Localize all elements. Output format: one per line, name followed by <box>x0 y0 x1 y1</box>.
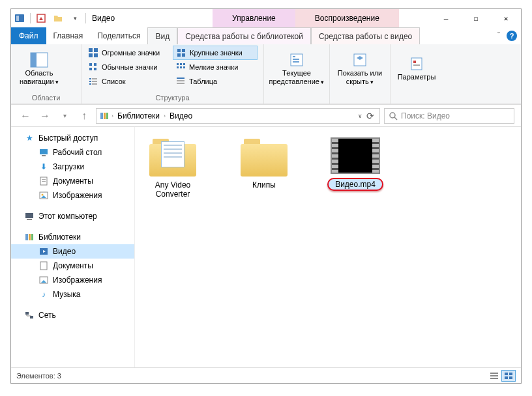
svg-rect-11 <box>177 53 181 57</box>
help-icon[interactable]: ? <box>507 31 517 41</box>
tab-view[interactable]: Вид <box>147 27 177 44</box>
sidebar-item-pictures[interactable]: Изображения <box>11 188 134 203</box>
folder-any-video-converter[interactable]: Any Video Converter <box>140 137 205 199</box>
tab-home[interactable]: Главная <box>46 27 91 44</box>
network-icon <box>24 310 35 320</box>
ribbon-group-layout: Огромные значки Крупные значки Обычные з… <box>81 44 264 104</box>
group-label-panes: Области <box>11 94 81 104</box>
separator <box>30 13 31 23</box>
sidebar-head-network[interactable]: Сеть <box>11 308 134 322</box>
svg-rect-7 <box>89 53 93 57</box>
sidebar-item-video[interactable]: Видео <box>11 244 134 259</box>
layout-large-label: Крупные значки <box>190 49 243 57</box>
svg-rect-53 <box>25 234 28 240</box>
star-icon: ★ <box>24 133 35 143</box>
address-bar[interactable]: › Библиотеки › Видео ∨ ⟳ <box>96 108 380 124</box>
tab-library-tools[interactable]: Средства работы с библиотекой <box>177 27 311 44</box>
svg-rect-38 <box>413 61 416 63</box>
sidebar-item-downloads[interactable]: ⬇Загрузки <box>11 160 134 174</box>
svg-rect-14 <box>94 63 96 66</box>
show-hide-icon <box>352 52 368 68</box>
navigation-pane-button[interactable]: Область навигации <box>11 46 67 92</box>
layout-details[interactable]: Таблица <box>173 74 258 89</box>
recent-locations-button[interactable]: ▾ <box>57 108 72 124</box>
svg-rect-8 <box>94 53 98 57</box>
sidebar-item-documents-lib[interactable]: Документы <box>11 259 134 273</box>
svg-rect-51 <box>25 213 33 218</box>
group-label-layout: Структура <box>81 94 263 104</box>
close-button[interactable]: ✕ <box>491 9 521 27</box>
svg-rect-26 <box>92 81 97 82</box>
layout-small[interactable]: Мелкие значки <box>173 60 258 74</box>
file-video-mp4[interactable]: Видео.mp4 <box>323 137 388 191</box>
svg-point-43 <box>390 113 395 118</box>
svg-rect-37 <box>411 58 422 70</box>
svg-rect-16 <box>94 68 96 70</box>
tab-file[interactable]: Файл <box>11 27 46 44</box>
sidebar-head-quick[interactable]: ★ Быстрый доступ <box>11 131 134 145</box>
properties-icon[interactable] <box>33 10 49 26</box>
address-dropdown-icon[interactable]: ∨ <box>358 113 362 119</box>
crumb-libraries[interactable]: Библиотеки <box>115 111 162 120</box>
sidebar-network: Сеть <box>11 308 134 322</box>
pictures-icon <box>38 190 49 201</box>
minimize-button[interactable]: — <box>431 9 461 27</box>
refresh-icon[interactable]: ⟳ <box>366 111 374 121</box>
documents-icon <box>38 261 49 271</box>
collapse-ribbon-icon[interactable]: ˇ <box>497 31 500 40</box>
svg-rect-59 <box>25 312 29 315</box>
tab-video-tools[interactable]: Средства работы с видео <box>311 27 420 44</box>
svg-rect-24 <box>92 78 97 79</box>
sidebar-head-libraries[interactable]: Библиотеки <box>11 230 134 244</box>
svg-rect-5 <box>89 48 93 52</box>
sidebar-head-thispc[interactable]: Этот компьютер <box>11 209 134 223</box>
svg-rect-27 <box>89 83 91 85</box>
svg-rect-19 <box>183 63 185 65</box>
qat-dropdown-icon[interactable]: ▾ <box>67 10 83 26</box>
options-button[interactable]: Параметры <box>391 46 443 92</box>
svg-rect-9 <box>177 49 181 52</box>
svg-rect-42 <box>106 113 108 119</box>
layout-list[interactable]: Список <box>85 74 170 89</box>
svg-rect-4 <box>31 53 37 67</box>
tab-share[interactable]: Поделиться <box>90 27 147 44</box>
context-tab-play[interactable]: Воспроизведение <box>295 9 399 27</box>
context-tab-manage[interactable]: Управление <box>213 9 295 27</box>
libraries-icon <box>24 232 35 242</box>
folder-clips[interactable]: Клипы <box>231 137 297 190</box>
pictures-icon <box>38 275 49 285</box>
sidebar-item-documents[interactable]: Документы <box>11 174 134 188</box>
downloads-icon: ⬇ <box>38 162 49 172</box>
thispc-icon <box>24 211 35 221</box>
layout-large[interactable]: Крупные значки <box>173 46 258 60</box>
medium-icons-icon <box>88 62 98 72</box>
status-view-details[interactable] <box>487 370 501 382</box>
search-box[interactable]: Поиск: Видео <box>384 108 514 124</box>
sidebar-item-music-lib[interactable]: ♪Музыка <box>11 287 134 302</box>
back-button[interactable]: ← <box>18 108 33 124</box>
forward-button[interactable]: → <box>37 108 53 124</box>
options-label: Параметры <box>398 73 436 81</box>
current-view-button[interactable]: Текущее представление <box>264 46 329 92</box>
status-view-icons[interactable] <box>501 370 516 382</box>
up-button[interactable]: ↑ <box>76 108 92 124</box>
crumb-video[interactable]: Видео <box>168 111 194 120</box>
separator <box>85 13 86 23</box>
svg-rect-40 <box>100 113 103 119</box>
svg-rect-12 <box>182 53 185 57</box>
sidebar-item-pictures-lib[interactable]: Изображения <box>11 273 134 287</box>
layout-list-label: Список <box>102 78 126 85</box>
layout-extra-large[interactable]: Огромные значки <box>85 46 170 60</box>
sidebar-item-desktop[interactable]: Рабочий стол <box>11 145 134 160</box>
maximize-button[interactable]: ☐ <box>461 9 491 27</box>
status-bar: Элементов: 3 <box>11 367 521 383</box>
show-hide-button[interactable]: Показать или скрыть <box>330 46 390 92</box>
svg-rect-30 <box>177 80 185 81</box>
ribbon-tabs: Файл Главная Поделиться Вид Средства раб… <box>11 27 521 44</box>
svg-rect-10 <box>182 49 185 52</box>
layout-medium[interactable]: Обычные значки <box>85 60 170 74</box>
svg-rect-28 <box>92 83 97 85</box>
list-icon <box>88 76 98 87</box>
new-folder-icon[interactable] <box>50 10 66 26</box>
svg-rect-20 <box>177 66 179 68</box>
